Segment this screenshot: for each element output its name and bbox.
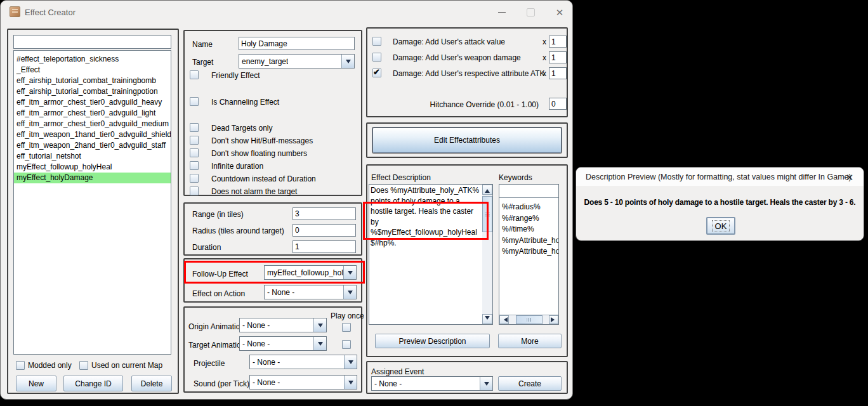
- origin-animation-value: - None -: [242, 321, 270, 330]
- scrollbar-thumb[interactable]: [482, 196, 492, 232]
- maximize-button[interactable]: [521, 4, 540, 20]
- list-item[interactable]: eff_itm_armor_chest_tier0_advguild_mediu…: [14, 119, 171, 129]
- range-input[interactable]: [293, 207, 356, 220]
- assigned-event-combobox[interactable]: - None -: [371, 376, 493, 391]
- scroll-left-icon[interactable]: [499, 315, 509, 324]
- minimize-button[interactable]: [492, 4, 511, 20]
- infinite-duration-checkbox[interactable]: [190, 161, 199, 170]
- keywords-items: %#radius% %#range% %#time% %myAttribute_…: [499, 202, 558, 258]
- chevron-down-icon: [341, 55, 354, 68]
- list-item[interactable]: eff_tutorial_netshot: [14, 151, 171, 162]
- list-item[interactable]: %#radius%: [499, 202, 558, 213]
- damage-weapon-checkbox[interactable]: [372, 53, 381, 62]
- modded-only-label: Modded only: [28, 361, 72, 370]
- ok-button[interactable]: OK: [706, 217, 735, 235]
- target-animation-combobox[interactable]: - None -: [239, 336, 327, 351]
- origin-play-once-checkbox[interactable]: [342, 323, 351, 332]
- no-floating-numbers-checkbox[interactable]: [190, 148, 199, 157]
- damage-attack-x-label: x: [542, 37, 546, 46]
- effects-list-panel: #effect_teleportation_sickness _Effect e…: [7, 29, 179, 394]
- keywords-list[interactable]: %#radius% %#range% %#time% %myAttribute_…: [499, 184, 559, 325]
- dead-targets-label: Dead Targets only: [211, 124, 273, 133]
- radius-label: Radius (tiles around target): [192, 226, 284, 235]
- scroll-up-icon[interactable]: [482, 185, 492, 195]
- followup-panel: Follow-Up Effect myEffect_followup_holy …: [183, 258, 362, 303]
- no-hit-messages-checkbox[interactable]: [190, 136, 199, 145]
- damage-attack-checkbox[interactable]: [372, 37, 381, 46]
- used-on-map-checkbox[interactable]: [79, 361, 88, 370]
- followup-effect-combobox[interactable]: myEffect_followup_holy: [264, 265, 357, 280]
- damage-attack-label: Damage: Add User's attack value: [393, 37, 505, 46]
- chevron-down-icon: [480, 377, 492, 390]
- sound-per-tick-value: - None -: [253, 378, 280, 387]
- edit-effectattributes-button[interactable]: Edit Effectattributes: [372, 128, 562, 153]
- no-alarm-checkbox[interactable]: [190, 187, 199, 195]
- list-item[interactable]: eff_itm_weapon_1hand_tier0_advguild_shie…: [14, 129, 171, 140]
- description-scrollbar[interactable]: [482, 185, 492, 324]
- target-combobox[interactable]: enemy_target: [239, 54, 355, 69]
- dead-targets-checkbox[interactable]: [190, 123, 199, 132]
- origin-animation-label: Origin Animation: [188, 322, 244, 331]
- list-item[interactable]: %myAttribute_holy_: [499, 235, 558, 247]
- dialog-titlebar: Description Preview (Mostly for formatti…: [576, 167, 864, 186]
- list-item[interactable]: eff_airship_tutorial_combat_trainingbomb: [14, 75, 171, 86]
- scrollbar-thumb[interactable]: [516, 315, 542, 324]
- keywords-filter-row[interactable]: [499, 185, 558, 198]
- close-button[interactable]: ✕: [550, 4, 569, 20]
- list-item[interactable]: myEffect_followup_holyHeal: [14, 162, 171, 173]
- followup-effect-value: myEffect_followup_holy: [267, 268, 343, 277]
- keywords-label: Keywords: [499, 173, 532, 182]
- radius-input[interactable]: [293, 224, 356, 237]
- delete-button[interactable]: Delete: [131, 376, 172, 391]
- name-input[interactable]: [239, 37, 355, 50]
- damage-attack-factor-input[interactable]: [549, 36, 567, 48]
- effects-filter-input[interactable]: [13, 35, 171, 49]
- more-button[interactable]: More: [498, 334, 562, 348]
- effect-creator-window: Effect Creator ✕ #effect_teleportation_s…: [0, 0, 573, 400]
- dialog-close-button[interactable]: ✕: [842, 170, 857, 184]
- list-item[interactable]: %#time%: [499, 224, 558, 235]
- damage-attribute-checkbox[interactable]: [372, 69, 381, 77]
- sound-per-tick-label: Sound (per Tick): [194, 379, 249, 388]
- visuals-panel: Play once Origin Animation - None - Targ…: [183, 306, 362, 393]
- list-item[interactable]: eff_itm_armor_chest_tier0_advguild_heavy: [14, 97, 171, 108]
- list-item[interactable]: eff_itm_armor_chest_tier0_advguild_light: [14, 108, 171, 119]
- target-play-once-checkbox[interactable]: [342, 340, 351, 349]
- change-id-button[interactable]: Change ID: [63, 376, 123, 391]
- projectile-combobox[interactable]: - None -: [249, 355, 357, 369]
- effect-description-textarea[interactable]: Does %myAttribute_holy_ATK% points of ho…: [369, 185, 482, 324]
- list-item[interactable]: eff_airship_tutorial_combat_trainingpoti…: [14, 86, 171, 97]
- list-item[interactable]: eff_itm_weapon_2hand_tier0_advguild_staf…: [14, 140, 171, 151]
- duration-input[interactable]: [293, 240, 356, 253]
- scroll-right-icon[interactable]: [549, 315, 558, 324]
- list-item[interactable]: %#range%: [499, 213, 558, 225]
- friendly-effect-checkbox[interactable]: [190, 70, 199, 79]
- preview-description-button[interactable]: Preview Description: [375, 334, 490, 348]
- list-item[interactable]: _Effect: [14, 65, 171, 75]
- no-floating-numbers-label: Don't show floating numbers: [211, 149, 307, 158]
- target-animation-label: Target Animation: [188, 341, 245, 350]
- damage-weapon-label: Damage: Add User's weapon damage: [393, 53, 521, 62]
- scroll-down-icon[interactable]: [482, 314, 492, 324]
- friendly-effect-label: Friendly Effect: [211, 71, 260, 80]
- no-hit-messages-label: Don't show Hit/Buff-messages: [211, 136, 313, 145]
- countdown-checkbox[interactable]: [190, 174, 199, 183]
- effect-on-action-combobox[interactable]: - None -: [264, 285, 357, 299]
- sound-per-tick-combobox[interactable]: - None -: [249, 375, 357, 390]
- damage-attribute-factor-input[interactable]: [549, 67, 567, 79]
- keywords-scrollbar[interactable]: [499, 315, 558, 324]
- list-item[interactable]: myEffect_holyDamage: [14, 173, 171, 183]
- modded-only-checkbox[interactable]: [16, 361, 25, 370]
- new-button[interactable]: New: [16, 376, 56, 391]
- app-icon: [10, 6, 20, 17]
- hitchance-input[interactable]: [549, 98, 567, 110]
- list-item[interactable]: %myAttribute_holy_: [499, 246, 558, 258]
- create-button[interactable]: Create: [498, 376, 562, 391]
- window-title: Effect Creator: [25, 8, 76, 17]
- is-channeling-checkbox[interactable]: [190, 97, 199, 106]
- list-item[interactable]: #effect_teleportation_sickness: [14, 54, 171, 65]
- play-once-label: Play once: [331, 311, 364, 320]
- origin-animation-combobox[interactable]: - None -: [239, 318, 327, 332]
- damage-weapon-factor-input[interactable]: [549, 51, 567, 63]
- effects-list[interactable]: #effect_teleportation_sickness _Effect e…: [13, 50, 171, 355]
